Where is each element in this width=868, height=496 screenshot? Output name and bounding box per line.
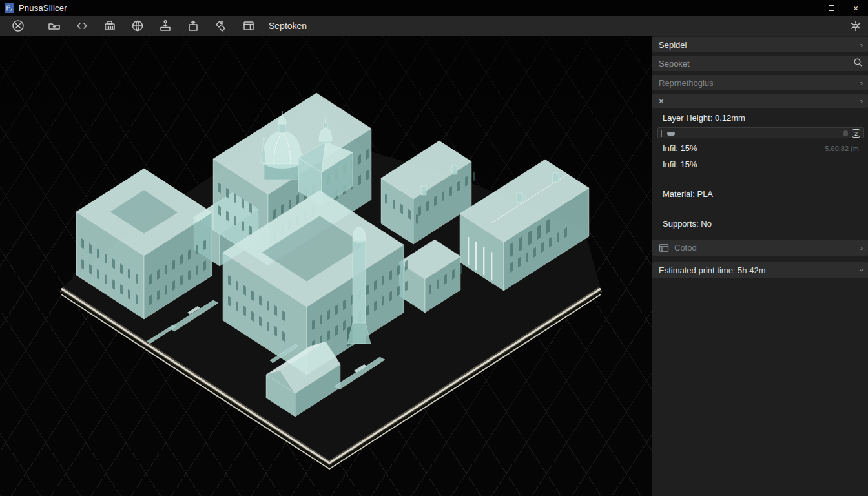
gear-flower-icon: [849, 19, 863, 33]
minimize-button[interactable]: [794, 0, 819, 16]
window-controls: ×: [794, 0, 868, 16]
search-input[interactable]: [659, 59, 853, 68]
print-settings-row[interactable]: Sepidel ›: [652, 37, 868, 52]
maximize-button[interactable]: [819, 0, 843, 16]
profile-label: Reprnethogius: [659, 78, 860, 88]
infill-value-2: Infil: 15%: [663, 160, 697, 169]
slider-dot: [843, 130, 848, 136]
settings-gear-button[interactable]: [846, 17, 865, 35]
circle-cross-button[interactable]: [8, 17, 28, 35]
project-name: Septoken: [269, 21, 307, 31]
slider-layers-badge: 2: [852, 129, 860, 138]
supports-value: Supports: No: [663, 219, 712, 229]
code-view-button[interactable]: [72, 17, 92, 35]
layout-button[interactable]: [239, 17, 258, 35]
globe-icon: [130, 19, 145, 33]
chevron-right-icon: ›: [860, 243, 863, 252]
app-logo-icon: [5, 3, 14, 13]
toolbar-divider: [36, 19, 36, 32]
title-bar: PnusaSllicer ×: [0, 0, 868, 16]
tag-icon: [214, 19, 228, 33]
print-time-row[interactable]: Estimated print time: 5h 42m ›: [652, 262, 868, 278]
close-button[interactable]: ×: [843, 0, 868, 16]
code-icon: [75, 19, 89, 33]
labels-button[interactable]: [211, 17, 231, 35]
printer-window-icon: [659, 243, 669, 253]
add-object-button[interactable]: [156, 17, 175, 35]
infill-meta: 5.60.82 (m: [825, 145, 859, 152]
place-arrow-icon: [158, 19, 172, 33]
main-toolbar: Septoken: [0, 16, 868, 36]
search-icon: [853, 57, 863, 69]
layer-height-value: Layer Height: 0.12mm: [663, 113, 745, 123]
material-value: Material: PLA: [663, 189, 713, 199]
chevron-right-icon: ›: [860, 41, 863, 49]
circle-cross-icon: [11, 19, 25, 33]
app-window: PnusaSllicer ×: [0, 0, 868, 496]
search-row[interactable]: [652, 56, 868, 71]
folder-up-icon: [47, 19, 61, 33]
window-title: PnusaSllicer: [19, 3, 67, 13]
chevron-right-icon: ›: [860, 79, 863, 87]
printer-settings-button[interactable]: [100, 17, 119, 35]
close-panel-row[interactable]: × ›: [652, 94, 868, 108]
city-model[interactable]: [76, 93, 589, 417]
print-settings-label: Sepidel: [659, 40, 860, 50]
close-panel-icon: ×: [659, 96, 860, 106]
viewport-3d[interactable]: [0, 36, 652, 496]
color-label: Cotod: [674, 243, 860, 253]
settings-sidebar: Sepidel › Reprnethogius › × › Layer Heig…: [652, 36, 868, 496]
model-scene: [0, 36, 652, 496]
layer-slider[interactable]: 2: [657, 127, 864, 138]
slider-tick: [661, 130, 662, 137]
profile-row[interactable]: Reprnethogius ›: [652, 75, 868, 90]
window-layout-icon: [242, 19, 256, 33]
printer-icon: [103, 19, 117, 33]
slider-handle[interactable]: [667, 132, 675, 136]
export-button[interactable]: [183, 17, 203, 35]
export-box-icon: [186, 19, 200, 33]
infill-value: Infil: 15%: [663, 143, 697, 153]
print-time-label: Estimated print time: 5h 42m: [659, 265, 860, 275]
open-project-button[interactable]: [45, 17, 64, 35]
color-row[interactable]: Cotod ›: [652, 240, 868, 256]
chevron-down-icon: ›: [857, 269, 865, 271]
chevron-right-icon: ›: [860, 97, 863, 105]
globe-button[interactable]: [128, 17, 147, 35]
